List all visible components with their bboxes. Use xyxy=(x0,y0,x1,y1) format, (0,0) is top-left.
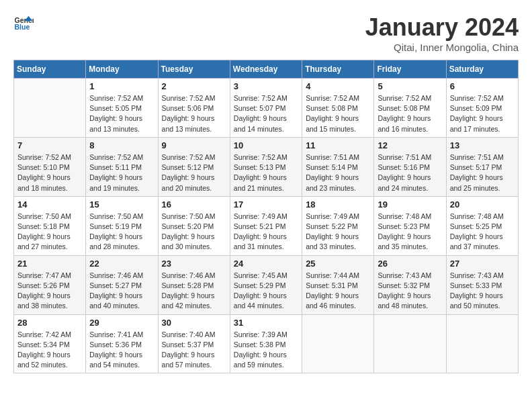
day-header-monday: Monday xyxy=(86,60,158,79)
title-area: January 2024 Qitai, Inner Mongolia, Chin… xyxy=(365,13,519,53)
day-info: Sunrise: 7:52 AMSunset: 5:08 PMDaylight:… xyxy=(306,93,370,134)
day-info: Sunrise: 7:45 AMSunset: 5:29 PMDaylight:… xyxy=(234,271,298,312)
calendar-cell: 25Sunrise: 7:44 AMSunset: 5:31 PMDayligh… xyxy=(302,255,374,314)
calendar-cell: 6Sunrise: 7:52 AMSunset: 5:09 PMDaylight… xyxy=(446,79,518,138)
calendar-cell: 29Sunrise: 7:41 AMSunset: 5:36 PMDayligh… xyxy=(86,314,158,373)
calendar-cell: 31Sunrise: 7:39 AMSunset: 5:38 PMDayligh… xyxy=(230,314,302,373)
day-number: 10 xyxy=(234,140,298,150)
day-info: Sunrise: 7:47 AMSunset: 5:26 PMDaylight:… xyxy=(17,271,82,312)
calendar-cell: 8Sunrise: 7:52 AMSunset: 5:11 PMDaylight… xyxy=(86,137,158,196)
day-number: 5 xyxy=(378,81,442,91)
day-info: Sunrise: 7:50 AMSunset: 5:19 PMDaylight:… xyxy=(89,212,154,253)
day-number: 9 xyxy=(162,140,226,150)
day-number: 12 xyxy=(378,140,442,150)
day-info: Sunrise: 7:52 AMSunset: 5:09 PMDaylight:… xyxy=(450,93,515,134)
calendar-cell: 16Sunrise: 7:50 AMSunset: 5:20 PMDayligh… xyxy=(158,196,230,255)
day-number: 21 xyxy=(17,259,82,269)
day-number: 6 xyxy=(450,81,515,91)
calendar-cell: 14Sunrise: 7:50 AMSunset: 5:18 PMDayligh… xyxy=(14,196,86,255)
day-header-wednesday: Wednesday xyxy=(230,60,302,79)
day-header-friday: Friday xyxy=(374,60,446,79)
day-info: Sunrise: 7:52 AMSunset: 5:11 PMDaylight:… xyxy=(89,152,154,193)
day-header-sunday: Sunday xyxy=(14,60,86,79)
day-number: 13 xyxy=(450,140,515,150)
day-info: Sunrise: 7:52 AMSunset: 5:05 PMDaylight:… xyxy=(89,93,154,134)
day-info: Sunrise: 7:52 AMSunset: 5:06 PMDaylight:… xyxy=(162,93,226,134)
day-info: Sunrise: 7:50 AMSunset: 5:18 PMDaylight:… xyxy=(17,212,82,253)
week-row-3: 14Sunrise: 7:50 AMSunset: 5:18 PMDayligh… xyxy=(14,196,519,255)
calendar-cell xyxy=(374,314,446,373)
day-info: Sunrise: 7:41 AMSunset: 5:36 PMDaylight:… xyxy=(89,330,154,371)
calendar-cell xyxy=(14,79,86,138)
day-number: 3 xyxy=(234,81,298,91)
day-info: Sunrise: 7:49 AMSunset: 5:21 PMDaylight:… xyxy=(234,212,298,253)
calendar-cell: 5Sunrise: 7:52 AMSunset: 5:08 PMDaylight… xyxy=(374,79,446,138)
day-info: Sunrise: 7:52 AMSunset: 5:10 PMDaylight:… xyxy=(17,152,82,193)
day-info: Sunrise: 7:49 AMSunset: 5:22 PMDaylight:… xyxy=(306,212,370,253)
day-info: Sunrise: 7:52 AMSunset: 5:08 PMDaylight:… xyxy=(378,93,442,134)
day-info: Sunrise: 7:52 AMSunset: 5:13 PMDaylight:… xyxy=(234,152,298,193)
day-info: Sunrise: 7:51 AMSunset: 5:16 PMDaylight:… xyxy=(378,152,442,193)
day-number: 15 xyxy=(89,199,154,210)
calendar-body: 1Sunrise: 7:52 AMSunset: 5:05 PMDaylight… xyxy=(14,79,519,373)
day-number: 24 xyxy=(234,259,298,269)
day-info: Sunrise: 7:44 AMSunset: 5:31 PMDaylight:… xyxy=(306,271,370,312)
day-info: Sunrise: 7:50 AMSunset: 5:20 PMDaylight:… xyxy=(162,212,226,253)
week-row-5: 28Sunrise: 7:42 AMSunset: 5:34 PMDayligh… xyxy=(14,314,519,373)
day-header-tuesday: Tuesday xyxy=(158,60,230,79)
day-info: Sunrise: 7:46 AMSunset: 5:27 PMDaylight:… xyxy=(89,271,154,312)
day-number: 7 xyxy=(17,140,82,150)
day-number: 19 xyxy=(378,199,442,210)
day-info: Sunrise: 7:52 AMSunset: 5:07 PMDaylight:… xyxy=(234,93,298,134)
day-header-thursday: Thursday xyxy=(302,60,374,79)
day-info: Sunrise: 7:43 AMSunset: 5:33 PMDaylight:… xyxy=(450,271,515,312)
day-number: 1 xyxy=(89,81,154,91)
week-row-2: 7Sunrise: 7:52 AMSunset: 5:10 PMDaylight… xyxy=(14,137,519,196)
day-number: 25 xyxy=(306,259,370,269)
calendar-cell: 20Sunrise: 7:48 AMSunset: 5:25 PMDayligh… xyxy=(446,196,518,255)
calendar-cell: 15Sunrise: 7:50 AMSunset: 5:19 PMDayligh… xyxy=(86,196,158,255)
day-number: 22 xyxy=(89,259,154,269)
calendar-cell: 30Sunrise: 7:40 AMSunset: 5:37 PMDayligh… xyxy=(158,314,230,373)
svg-text:Blue: Blue xyxy=(15,23,30,31)
calendar-cell: 1Sunrise: 7:52 AMSunset: 5:05 PMDaylight… xyxy=(86,79,158,138)
day-number: 28 xyxy=(17,318,82,328)
calendar-cell: 9Sunrise: 7:52 AMSunset: 5:12 PMDaylight… xyxy=(158,137,230,196)
calendar-header-row: SundayMondayTuesdayWednesdayThursdayFrid… xyxy=(14,60,519,79)
calendar-cell: 3Sunrise: 7:52 AMSunset: 5:07 PMDaylight… xyxy=(230,79,302,138)
day-number: 2 xyxy=(162,81,226,91)
calendar-cell: 2Sunrise: 7:52 AMSunset: 5:06 PMDaylight… xyxy=(158,79,230,138)
day-info: Sunrise: 7:43 AMSunset: 5:32 PMDaylight:… xyxy=(378,271,442,312)
week-row-1: 1Sunrise: 7:52 AMSunset: 5:05 PMDaylight… xyxy=(14,79,519,138)
week-row-4: 21Sunrise: 7:47 AMSunset: 5:26 PMDayligh… xyxy=(14,255,519,314)
day-info: Sunrise: 7:51 AMSunset: 5:17 PMDaylight:… xyxy=(450,152,515,193)
calendar-cell: 27Sunrise: 7:43 AMSunset: 5:33 PMDayligh… xyxy=(446,255,518,314)
calendar-cell: 17Sunrise: 7:49 AMSunset: 5:21 PMDayligh… xyxy=(230,196,302,255)
day-info: Sunrise: 7:48 AMSunset: 5:23 PMDaylight:… xyxy=(378,212,442,253)
location-subtitle: Qitai, Inner Mongolia, China xyxy=(365,42,519,53)
calendar-cell: 18Sunrise: 7:49 AMSunset: 5:22 PMDayligh… xyxy=(302,196,374,255)
calendar-cell: 26Sunrise: 7:43 AMSunset: 5:32 PMDayligh… xyxy=(374,255,446,314)
day-number: 18 xyxy=(306,199,370,210)
calendar-cell: 22Sunrise: 7:46 AMSunset: 5:27 PMDayligh… xyxy=(86,255,158,314)
calendar-cell xyxy=(446,314,518,373)
day-number: 14 xyxy=(17,199,82,210)
day-info: Sunrise: 7:52 AMSunset: 5:12 PMDaylight:… xyxy=(162,152,226,193)
day-info: Sunrise: 7:40 AMSunset: 5:37 PMDaylight:… xyxy=(162,330,226,371)
day-header-saturday: Saturday xyxy=(446,60,518,79)
day-info: Sunrise: 7:48 AMSunset: 5:25 PMDaylight:… xyxy=(450,212,515,253)
calendar-cell xyxy=(302,314,374,373)
calendar-cell: 21Sunrise: 7:47 AMSunset: 5:26 PMDayligh… xyxy=(14,255,86,314)
day-number: 20 xyxy=(450,199,515,210)
header: General Blue January 2024 Qitai, Inner M… xyxy=(13,13,519,53)
logo: General Blue xyxy=(13,13,34,34)
day-number: 4 xyxy=(306,81,370,91)
day-info: Sunrise: 7:39 AMSunset: 5:38 PMDaylight:… xyxy=(234,330,298,371)
logo-icon: General Blue xyxy=(13,13,34,34)
day-number: 29 xyxy=(89,318,154,328)
day-number: 31 xyxy=(234,318,298,328)
calendar-table: SundayMondayTuesdayWednesdayThursdayFrid… xyxy=(13,60,519,373)
calendar-cell: 28Sunrise: 7:42 AMSunset: 5:34 PMDayligh… xyxy=(14,314,86,373)
calendar-cell: 23Sunrise: 7:46 AMSunset: 5:28 PMDayligh… xyxy=(158,255,230,314)
calendar-cell: 10Sunrise: 7:52 AMSunset: 5:13 PMDayligh… xyxy=(230,137,302,196)
